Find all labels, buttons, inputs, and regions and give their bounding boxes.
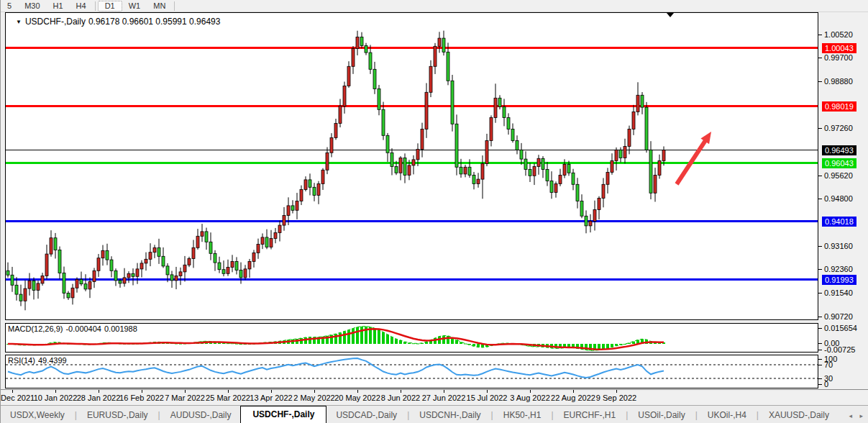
axis-tick-mark bbox=[818, 378, 822, 379]
date-tick-mark bbox=[271, 390, 272, 393]
price-tick-label: 0.97260 bbox=[824, 124, 853, 132]
candle-body bbox=[248, 262, 251, 269]
chart-tab-xauusd[interactable]: XAUUSD-,Daily bbox=[759, 407, 839, 423]
chart-tab-bar: USDX,Weekly|EURUSD-,Daily|AUDUSD-,DailyU… bbox=[1, 405, 868, 423]
candle-body bbox=[58, 250, 61, 273]
chart-tab-usdcnh[interactable]: USDCNH-,Daily bbox=[410, 407, 490, 423]
candle-body bbox=[524, 159, 527, 169]
macd-histogram-bar bbox=[390, 337, 393, 344]
chart-tab-eurchf[interactable]: EURCHF-,H1 bbox=[554, 407, 626, 423]
candle-body bbox=[88, 282, 91, 289]
candle-body bbox=[421, 129, 424, 150]
chart-tab-usoil[interactable]: USOil-,Daily bbox=[629, 407, 694, 423]
price-tick-label: 0.91540 bbox=[824, 288, 853, 297]
candle-body bbox=[166, 266, 169, 275]
price-level-tag: 0.91993 bbox=[822, 275, 856, 285]
rsi-line bbox=[8, 358, 664, 378]
rsi-svg bbox=[6, 355, 818, 388]
macd-histogram-bar bbox=[343, 332, 346, 344]
candle-body bbox=[183, 265, 186, 272]
candle-body bbox=[438, 38, 441, 46]
date-tick-mark bbox=[228, 390, 229, 393]
candle-body bbox=[15, 285, 18, 294]
rsi-panel[interactable]: RSI(14)49.4399 bbox=[5, 355, 818, 388]
timeframe-button-mn[interactable]: MN bbox=[147, 1, 172, 12]
price-tick-label: 0.95620 bbox=[824, 171, 853, 180]
candle-body bbox=[360, 37, 363, 46]
price-tick-label: 0.98880 bbox=[824, 77, 853, 86]
candle-body bbox=[132, 273, 134, 276]
date-tick-label: 28 Jan 2022 bbox=[77, 394, 121, 402]
chart-tab-usdchf[interactable]: USDCHF-,Daily bbox=[240, 406, 326, 423]
macd-histogram-bar bbox=[606, 344, 609, 348]
chart-tab-ukoil[interactable]: UKOil-,H4 bbox=[698, 407, 756, 423]
rsi-label: RSI(14)49.4399 bbox=[8, 356, 70, 365]
candle-body bbox=[218, 263, 221, 270]
macd-histogram-bar bbox=[464, 343, 467, 344]
candle-body bbox=[114, 270, 117, 281]
candle-body bbox=[257, 245, 260, 253]
price-level-tag: 0.98019 bbox=[822, 101, 856, 112]
candle-body bbox=[451, 81, 454, 124]
candle-body bbox=[244, 269, 247, 278]
timeframe-button-m30[interactable]: M30 bbox=[18, 1, 46, 12]
candle-body bbox=[559, 176, 562, 184]
candle-body bbox=[649, 150, 652, 193]
candle-body bbox=[593, 210, 596, 222]
chart-tab-usdx[interactable]: USDX,Weekly bbox=[1, 407, 74, 423]
macd-label: MACD(12,26,9)-0.0004040.001988 bbox=[8, 324, 140, 333]
candle-body bbox=[611, 161, 613, 173]
candle-body bbox=[503, 106, 506, 117]
candle-body bbox=[352, 49, 355, 67]
timeframe-button-h4[interactable]: H4 bbox=[70, 1, 93, 12]
chart-symbol-label: USDCHF-,Daily bbox=[25, 17, 86, 27]
candle-body bbox=[447, 52, 449, 81]
candle-body bbox=[261, 237, 264, 245]
candle-body bbox=[654, 176, 657, 194]
candle-body bbox=[278, 225, 281, 232]
candle-body bbox=[32, 281, 35, 290]
chevron-down-icon[interactable]: ▼ bbox=[16, 19, 22, 25]
timeframe-button-h1[interactable]: H1 bbox=[47, 1, 70, 12]
chart-tab-audusd[interactable]: AUDUSD-,Daily bbox=[161, 407, 241, 423]
chart-tab-hk50[interactable]: HK50-,H1 bbox=[494, 407, 551, 423]
candle-body bbox=[434, 46, 437, 66]
timeframe-button-d1[interactable]: D1 bbox=[98, 1, 122, 12]
candle-body bbox=[97, 258, 100, 271]
date-tick-label: 7 Mar 2022 bbox=[165, 394, 205, 402]
indicator-tick-label: 70 bbox=[824, 360, 833, 369]
candle-body bbox=[602, 184, 605, 198]
chart-tab-usdcad[interactable]: USDCAD-,Daily bbox=[326, 407, 406, 423]
candle-body bbox=[460, 167, 462, 174]
candle-body bbox=[71, 288, 74, 298]
price-chart-panel[interactable]: ▼USDCHF-,Daily0.96178 0.96601 0.95991 0.… bbox=[5, 12, 818, 320]
trend-arrow-annotation[interactable] bbox=[677, 139, 706, 184]
tab-scroll-arrows-icon[interactable]: ◂ ▸ bbox=[849, 412, 866, 419]
indicator-tick-label: 0.015654 bbox=[824, 324, 857, 332]
macd-histogram-bar bbox=[304, 337, 307, 344]
candle-body bbox=[136, 269, 139, 276]
date-tick-mark bbox=[314, 390, 315, 393]
candle-body bbox=[477, 179, 480, 183]
date-tick-mark bbox=[142, 390, 142, 393]
axis-tick-mark bbox=[818, 199, 822, 199]
axis-tick-mark bbox=[818, 128, 822, 129]
price-chart-svg[interactable] bbox=[6, 13, 818, 319]
macd-histogram-bar bbox=[347, 329, 350, 344]
macd-panel[interactable]: MACD(12,26,9)-0.0004040.001988 bbox=[5, 323, 818, 352]
candle-body bbox=[24, 288, 27, 301]
macd-histogram-bar bbox=[356, 327, 359, 344]
macd-histogram-bar bbox=[373, 328, 376, 344]
candle-body bbox=[494, 98, 497, 117]
timeframe-button-5[interactable]: 5 bbox=[1, 1, 18, 12]
macd-histogram-bar bbox=[447, 336, 449, 344]
candle-body bbox=[542, 158, 544, 169]
candle-body bbox=[615, 150, 618, 160]
rsi-value: 49.4399 bbox=[38, 356, 67, 365]
candle-body bbox=[554, 184, 557, 193]
timeframe-button-w1[interactable]: W1 bbox=[122, 1, 147, 12]
candle-body bbox=[645, 107, 648, 150]
chart-tab-eurusd[interactable]: EURUSD-,Daily bbox=[78, 407, 157, 423]
toolbar-separator bbox=[95, 1, 96, 11]
candle-body bbox=[585, 216, 588, 226]
